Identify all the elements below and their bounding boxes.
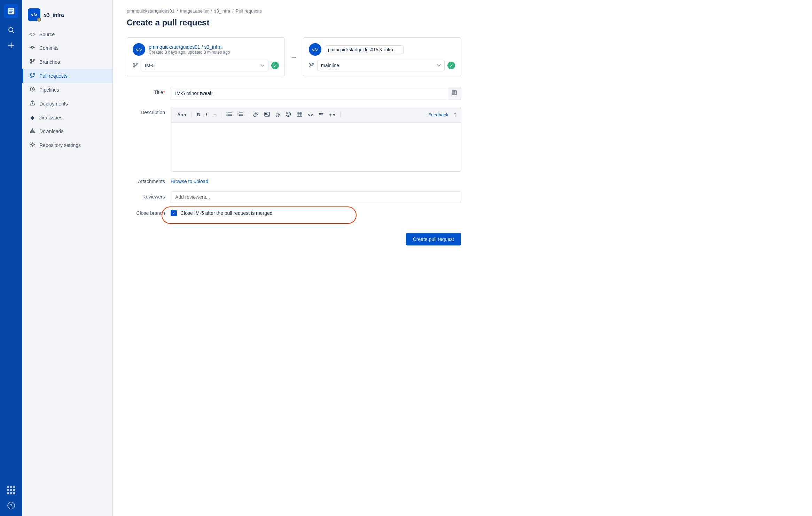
toolbar-italic-btn[interactable]: I bbox=[204, 111, 209, 119]
sidebar-item-label-settings: Repository settings bbox=[39, 142, 81, 148]
title-control-wrap bbox=[171, 87, 461, 100]
pull-requests-icon bbox=[29, 72, 36, 79]
source-branch-card: </> pmmquickstartguides01 / s3_infra Cre… bbox=[127, 37, 285, 77]
source-repo-info: pmmquickstartguides01 / s3_infra Created… bbox=[149, 44, 230, 55]
svg-point-44 bbox=[287, 114, 288, 114]
breadcrumb: pmmquickstartguides01 / ImageLabeller / … bbox=[127, 8, 798, 14]
toolbar-emoji-btn[interactable] bbox=[283, 110, 293, 119]
sidebar-nav: <> Source Commits Bra bbox=[22, 28, 112, 152]
sidebar-item-pipelines[interactable]: Pipelines bbox=[22, 83, 112, 97]
source-branch-select[interactable]: IM-5 bbox=[141, 60, 268, 71]
toolbar-sep-2 bbox=[221, 112, 221, 118]
sidebar-item-label-downloads: Downloads bbox=[39, 128, 63, 134]
title-input[interactable] bbox=[171, 88, 448, 99]
svg-point-31 bbox=[227, 114, 228, 115]
add-icon[interactable] bbox=[5, 39, 17, 52]
dest-check-icon: ✓ bbox=[447, 62, 455, 69]
svg-point-22 bbox=[310, 63, 311, 64]
svg-point-14 bbox=[30, 76, 31, 77]
toolbar-feedback-btn[interactable]: Feedback bbox=[428, 112, 448, 117]
repo-icon: </> 🔒 bbox=[28, 8, 40, 21]
toolbar-font-btn[interactable]: Aa ▾ bbox=[175, 111, 189, 119]
description-editor: Aa ▾ B I ··· 1.2.3. bbox=[171, 107, 461, 172]
close-branch-label: Close branch bbox=[127, 210, 165, 216]
settings-icon bbox=[29, 142, 36, 149]
toolbar-quote-btn[interactable]: ❝❞ bbox=[317, 111, 326, 119]
source-repo-name: s3_infra bbox=[204, 44, 222, 50]
branches-icon bbox=[29, 58, 36, 65]
title-icon bbox=[448, 87, 461, 100]
toolbar-ul-btn[interactable] bbox=[224, 111, 234, 119]
commits-icon bbox=[29, 45, 36, 52]
repo-name: s3_infra bbox=[44, 12, 64, 18]
sidebar-item-jira[interactable]: ◆ Jira issues bbox=[22, 111, 112, 124]
sidebar-item-commits[interactable]: Commits bbox=[22, 41, 112, 55]
source-repo-avatar: </> bbox=[133, 43, 145, 56]
close-branch-checkbox[interactable]: ✓ bbox=[171, 210, 177, 216]
toolbar-at-btn[interactable]: @ bbox=[273, 111, 282, 119]
sidebar-item-settings[interactable]: Repository settings bbox=[22, 138, 112, 152]
jira-icon: ◆ bbox=[29, 114, 36, 121]
breadcrumb-org[interactable]: pmmquickstartguides01 bbox=[127, 8, 174, 14]
toolbar-link-btn[interactable] bbox=[251, 110, 261, 119]
breadcrumb-repo[interactable]: s3_infra bbox=[214, 8, 230, 14]
svg-point-13 bbox=[30, 73, 31, 75]
dest-branch-select[interactable]: mainline bbox=[317, 60, 445, 71]
attachments-row: Attachments Browse to upload bbox=[127, 179, 461, 184]
svg-point-10 bbox=[30, 59, 32, 61]
sidebar-item-deployments[interactable]: Deployments bbox=[22, 97, 112, 111]
sidebar-item-branches[interactable]: Branches bbox=[22, 55, 112, 69]
svg-point-33 bbox=[227, 115, 228, 116]
page-title: Create a pull request bbox=[127, 18, 798, 28]
sidebar-item-pull-requests[interactable]: Pull requests bbox=[22, 69, 112, 83]
toolbar-code-btn[interactable]: <> bbox=[306, 111, 315, 119]
svg-line-2 bbox=[13, 31, 14, 33]
help-icon[interactable]: ? bbox=[5, 499, 17, 512]
pr-form: </> pmmquickstartguides01 / s3_infra Cre… bbox=[127, 37, 461, 245]
toolbar-ol-btn[interactable]: 1.2.3. bbox=[235, 111, 245, 119]
sidebar-item-downloads[interactable]: Downloads bbox=[22, 124, 112, 138]
downloads-icon bbox=[29, 128, 36, 135]
dest-repo-select[interactable]: pmmquickstartguides01/s3_infra bbox=[325, 45, 404, 54]
app-logo[interactable] bbox=[4, 4, 18, 18]
reviewers-control-wrap bbox=[171, 191, 461, 203]
sidebar-item-label-pipelines: Pipelines bbox=[39, 87, 59, 93]
browse-upload-link[interactable]: Browse to upload bbox=[171, 179, 208, 184]
editor-body[interactable] bbox=[171, 123, 461, 171]
svg-point-29 bbox=[227, 112, 228, 114]
svg-point-23 bbox=[310, 66, 311, 67]
sidebar-item-source[interactable]: <> Source bbox=[22, 28, 112, 41]
breadcrumb-current: Pull requests bbox=[236, 8, 262, 14]
svg-point-19 bbox=[133, 63, 135, 64]
svg-point-24 bbox=[312, 63, 314, 64]
toolbar-table-btn[interactable] bbox=[295, 110, 304, 119]
svg-point-21 bbox=[136, 63, 138, 64]
sidebar-item-label-pr: Pull requests bbox=[39, 73, 68, 79]
svg-point-18 bbox=[32, 144, 33, 146]
search-icon[interactable] bbox=[5, 24, 17, 36]
editor-toolbar: Aa ▾ B I ··· 1.2.3. bbox=[171, 107, 461, 123]
toolbar-image-btn[interactable] bbox=[262, 110, 272, 119]
dest-repo-avatar: </> bbox=[309, 43, 321, 56]
branch-selection-row: </> pmmquickstartguides01 / s3_infra Cre… bbox=[127, 37, 461, 77]
form-footer: Create pull request bbox=[127, 227, 461, 245]
create-pull-request-button[interactable]: Create pull request bbox=[406, 233, 461, 245]
source-repo-meta: Created 3 days ago, updated 3 minutes ag… bbox=[149, 50, 230, 55]
svg-point-7 bbox=[31, 46, 33, 48]
toolbar-more-btn[interactable]: ··· bbox=[210, 111, 218, 119]
toolbar-help-btn[interactable]: ? bbox=[454, 112, 456, 118]
toolbar-bold-btn[interactable]: B bbox=[195, 111, 202, 119]
breadcrumb-repo-parent[interactable]: ImageLabeller bbox=[180, 8, 209, 14]
deployments-icon bbox=[29, 100, 36, 107]
toolbar-plus-btn[interactable]: + ▾ bbox=[327, 111, 337, 119]
description-label: Description bbox=[127, 107, 165, 115]
close-branch-row: Close branch ✓ Close IM-5 after the pull… bbox=[127, 210, 461, 216]
svg-point-11 bbox=[30, 62, 32, 63]
source-branch-icon bbox=[133, 62, 138, 69]
reviewers-label: Reviewers bbox=[127, 191, 165, 200]
title-field: Title* bbox=[127, 87, 461, 100]
sidebar-item-label-branches: Branches bbox=[39, 59, 60, 65]
sidebar: </> 🔒 s3_infra <> Source Commits bbox=[22, 0, 113, 516]
reviewers-input[interactable] bbox=[171, 191, 461, 203]
grid-icon[interactable] bbox=[5, 484, 17, 497]
